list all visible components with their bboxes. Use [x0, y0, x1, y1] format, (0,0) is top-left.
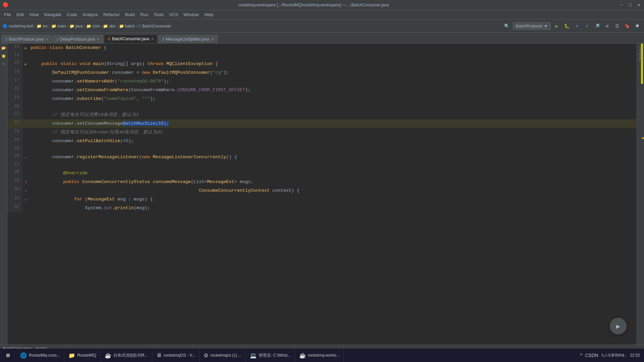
start-button[interactable]: ⊞ — [0, 349, 16, 362]
tab-batchconsumer-icon: C — [108, 37, 110, 41]
project-panel-icon[interactable]: 📂 — [1, 45, 7, 51]
breadcrumb-java[interactable]: 📁 java — [69, 24, 83, 28]
line-code-30: ConsumeConcurrentlyContext context) { — [29, 186, 637, 195]
bookmark-button[interactable]: 🔖 — [623, 22, 631, 30]
maximize-button[interactable]: □ — [628, 3, 633, 7]
code-line-32: 32 System.out.println(msg); — [7, 204, 637, 213]
title-bar-left: 🔴 — [3, 2, 8, 8]
tab-batchconsumer-label: BatchConsumer.java — [112, 37, 149, 41]
profile-button[interactable]: ⚡ — [583, 22, 591, 30]
tray-csdn-icon[interactable]: CSDN — [585, 353, 598, 358]
bookmark-icon-31[interactable]: ◇ — [25, 198, 26, 201]
editor-area[interactable]: 13 ▶ public class BatchConsumer { 14 15 … — [7, 44, 637, 345]
menu-code[interactable]: Code — [64, 11, 80, 18]
breadcrumb-src[interactable]: 📁 src — [37, 24, 48, 28]
taskbar-right: ^ CSDN 九人生爱用拼途... 22:52 — [576, 353, 644, 358]
tab-messagelistsplitter[interactable]: J MessageListSplitter.java ✕ — [158, 35, 218, 43]
code-line-21: 21 // 指定每次可以消费10条消息，默认为1 — [7, 111, 637, 119]
line-marker-29: ! — [22, 178, 29, 186]
minimize-button[interactable]: − — [619, 3, 624, 7]
menu-build[interactable]: Build — [122, 11, 138, 18]
breadcrumb-project[interactable]: 🔵 rocketmq-test — [3, 24, 33, 28]
tab-delayproducer[interactable]: J DelayProducer.java ✕ — [53, 35, 103, 43]
menu-analyze[interactable]: Analyze — [80, 11, 101, 18]
taskbar-app-explorer[interactable]: 📁 RocketMQ — [64, 349, 101, 362]
src-folder-icon: 📁 — [37, 24, 42, 28]
taskbar-app-intellij-label: rocketmq-works... — [308, 353, 340, 358]
tab-splitter-close[interactable]: ✕ — [211, 37, 214, 42]
com-folder-icon: 📁 — [86, 24, 91, 28]
database-panel-label[interactable]: Database — [639, 44, 642, 64]
layout-button[interactable]: ☰ — [613, 22, 621, 30]
line-num-23: 23 — [7, 128, 22, 137]
run-icon-13[interactable]: ▶ — [25, 46, 27, 50]
bookmark-icon-30[interactable]: ◇ — [25, 189, 26, 193]
code-line-25: 25 — [7, 145, 637, 153]
breadcrumb-batch[interactable]: 📁 batch — [119, 24, 135, 28]
bookmark-icon-26[interactable]: ◇ — [25, 156, 26, 159]
breadcrumb-batchconsumer[interactable]: C BatchConsumer — [138, 24, 171, 28]
line-marker-21 — [22, 111, 29, 119]
breadcrumb-project-label: rocketmq-test — [9, 24, 33, 28]
run-icon-15[interactable]: ▶ — [25, 62, 27, 66]
line-code-23: // 指定每次可以从Broker拉取40条消息，默认为32 — [29, 128, 637, 137]
run-button[interactable]: ▶ — [553, 22, 561, 30]
rocketmqos2-icon: ⚙ — [204, 352, 208, 359]
favorites-icon[interactable]: ⭐ — [1, 53, 7, 59]
tab-batchproducer[interactable]: J BatchProducer.java ✕ — [1, 35, 52, 43]
tab-delayproducer-close[interactable]: ✕ — [97, 37, 100, 42]
menu-vcs[interactable]: VCS — [166, 11, 181, 18]
tab-batchconsumer-close[interactable]: ✕ — [151, 37, 154, 41]
breadcrumb-com[interactable]: 📁 com — [86, 24, 100, 28]
line-marker-15: ▶ — [22, 60, 29, 68]
taskbar-app-rocketmqos[interactable]: 🖥 rocketmqOS - V... — [152, 349, 200, 362]
tab-batchproducer-close[interactable]: ✕ — [45, 37, 48, 42]
close-button[interactable]: ✕ — [637, 3, 641, 7]
breadcrumb-main[interactable]: 📁 main — [51, 24, 66, 28]
menu-view[interactable]: View — [26, 11, 41, 18]
line-marker-26: ◇ — [22, 153, 29, 162]
floating-action-button[interactable]: ▶ — [610, 318, 627, 335]
menu-file[interactable]: File — [1, 11, 14, 18]
settings-button[interactable]: ⚙ — [603, 22, 611, 30]
line-num-31: 31 — [7, 195, 22, 204]
code-line-24: 24 consumer.setPullBatchSize(40); — [7, 137, 637, 145]
line-code-27 — [29, 162, 637, 169]
window-title: rocketmq-workspace [...\RocketMQ\rocketm… — [239, 3, 389, 7]
menu-edit[interactable]: Edit — [14, 11, 26, 18]
menu-run[interactable]: Run — [138, 11, 151, 18]
tray-expand-icon[interactable]: ^ — [580, 353, 582, 358]
main-folder-icon: 📁 — [51, 24, 56, 28]
taskbar-app-rocketmqos2-label: rocketmqos (1) ... — [210, 353, 241, 358]
menu-window[interactable]: Window — [181, 11, 202, 18]
line-num-21: 21 — [7, 111, 22, 119]
find-button[interactable]: 🔎 — [593, 22, 601, 30]
line-num-24: 24 — [7, 137, 22, 145]
abc-folder-icon: 📁 — [103, 24, 108, 28]
structure-icon[interactable]: ≡ — [1, 61, 7, 67]
breadcrumb: 🔵 rocketmq-test › 📁 src › 📁 main › 📁 jav… — [3, 24, 171, 28]
taskbar-app-rocketmqos2[interactable]: ⚙ rocketmqos (1) ... — [200, 349, 246, 362]
line-code-25 — [29, 145, 637, 153]
menu-refactor[interactable]: Refactor — [101, 11, 122, 18]
window-controls: − □ ✕ — [619, 3, 641, 7]
debug-button[interactable]: 🐛 — [563, 22, 571, 30]
error-icon-29[interactable]: ! — [25, 180, 27, 184]
taskbar-app-chrome[interactable]: 🌐 RocketMq-cons... — [16, 349, 64, 362]
taskbar-app-intellij[interactable]: ☕ rocketmq-works... — [295, 349, 344, 362]
coverage-button[interactable]: ☂ — [573, 22, 581, 30]
search-everywhere-btn[interactable]: 🔍 — [503, 22, 511, 30]
tab-batchconsumer[interactable]: C BatchConsumer.java ✕ — [104, 35, 158, 43]
menu-tools[interactable]: Tools — [151, 11, 166, 18]
record-button[interactable]: ⏺ — [633, 22, 641, 30]
code-line-26: 26 ◇ consumer.registerMessageListener(ne… — [7, 153, 637, 162]
menu-help[interactable]: Help — [202, 11, 216, 18]
menu-navigate[interactable]: Navigate — [41, 11, 64, 18]
line-num-22: 22 — [7, 119, 22, 128]
taskbar-app-mq1[interactable]: ☕ 分布式消息队列R... — [101, 349, 152, 362]
breadcrumb-abc[interactable]: 📁 abc — [103, 24, 115, 28]
run-config-button[interactable]: BatchProducer ▼ — [513, 22, 551, 30]
system-clock[interactable]: 22:52 — [630, 353, 640, 358]
taskbar-app-cmd[interactable]: 💻 管理员: C:\Wind... — [246, 349, 295, 362]
code-line-28: 28 @Override — [7, 169, 637, 178]
